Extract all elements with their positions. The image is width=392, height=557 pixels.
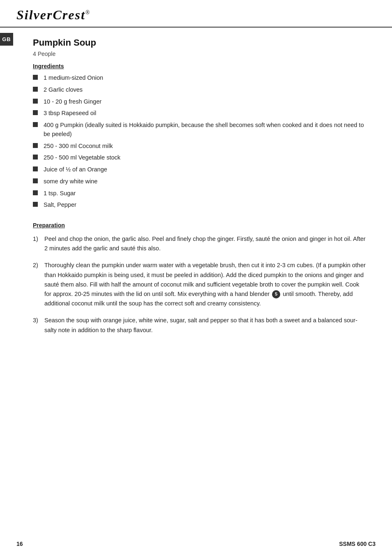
bullet-icon (33, 155, 38, 159)
list-item: 2 Garlic cloves (33, 86, 367, 95)
step-3: 3) Season the soup with orange juice, wh… (33, 316, 367, 335)
step-number: 3) (33, 316, 44, 325)
ingredient-text: 3 tbsp Rapeseed oil (44, 109, 96, 118)
bullet-icon (33, 202, 38, 207)
ingredient-text: 250 - 300 ml Coconut milk (44, 142, 113, 151)
step-1: 1) Peel and chop the onion, the garlic a… (33, 234, 367, 253)
list-item: 1 tsp. Sugar (33, 189, 367, 198)
bullet-icon (33, 190, 38, 195)
step-text: Season the soup with orange juice, white… (44, 316, 367, 335)
ingredient-text: some dry white wine (44, 177, 97, 186)
language-tab: GB (0, 33, 13, 46)
bullet-icon (33, 143, 38, 148)
list-item: 3 tbsp Rapeseed oil (33, 109, 367, 118)
ingredient-text: 10 - 20 g fresh Ginger (44, 97, 101, 106)
ingredient-text: 1 tsp. Sugar (44, 189, 76, 198)
list-item: some dry white wine (33, 177, 367, 186)
brand-name-text: SilverCrest (16, 7, 85, 22)
list-item: 1 medium-sized Onion (33, 74, 367, 83)
language-label: GB (2, 36, 11, 42)
list-item: Salt, Pepper (33, 201, 367, 210)
brand-registered: ® (85, 9, 91, 16)
servings: 4 People (33, 51, 367, 57)
ingredients-list: 1 medium-sized Onion 2 Garlic cloves 10 … (33, 74, 367, 210)
list-item: 250 - 300 ml Coconut milk (33, 142, 367, 151)
main-content: Pumpkin Soup 4 People Ingredients 1 medi… (0, 28, 392, 359)
recipe-title: Pumpkin Soup (33, 37, 367, 48)
ingredient-text: Juice of ½ of an Orange (44, 165, 107, 174)
preparation-label: Preparation (33, 222, 367, 229)
preparation-steps: 1) Peel and chop the onion, the garlic a… (33, 234, 367, 335)
bullet-icon (33, 166, 38, 171)
bullet-icon (33, 110, 38, 115)
list-item: 400 g Pumpkin (ideally suited is Hokkaid… (33, 121, 367, 139)
ingredient-text: 250 - 500 ml Vegetable stock (44, 153, 120, 162)
list-item: 250 - 500 ml Vegetable stock (33, 153, 367, 162)
brand-logo: SilverCrest® (16, 7, 90, 22)
step-text: Thoroughly clean the pumpkin under warm … (44, 261, 367, 308)
list-item: 10 - 20 g fresh Ginger (33, 97, 367, 106)
bullet-icon (33, 122, 38, 127)
header: SilverCrest® (0, 0, 392, 28)
blender-icon: 5 (272, 290, 280, 298)
step-text: Peel and chop the onion, the garlic also… (44, 234, 367, 253)
ingredient-text: 1 medium-sized Onion (44, 74, 103, 83)
preparation-section: Preparation 1) Peel and chop the onion, … (33, 222, 367, 335)
ingredient-text: Salt, Pepper (44, 201, 76, 210)
list-item: Juice of ½ of an Orange (33, 165, 367, 174)
bullet-icon (33, 87, 38, 92)
ingredients-label: Ingredients (33, 63, 367, 69)
ingredient-text: 2 Garlic cloves (44, 86, 83, 95)
bullet-icon (33, 99, 38, 104)
step-2: 2) Thoroughly clean the pumpkin under wa… (33, 261, 367, 308)
bullet-icon (33, 75, 38, 80)
model-number: SSMS 600 C3 (339, 541, 376, 547)
ingredient-text: 400 g Pumpkin (ideally suited is Hokkaid… (44, 121, 367, 139)
footer: 16 SSMS 600 C3 (0, 541, 392, 547)
page-number: 16 (16, 541, 23, 547)
bullet-icon (33, 178, 38, 183)
step-number: 2) (33, 261, 44, 270)
step-number: 1) (33, 234, 44, 244)
